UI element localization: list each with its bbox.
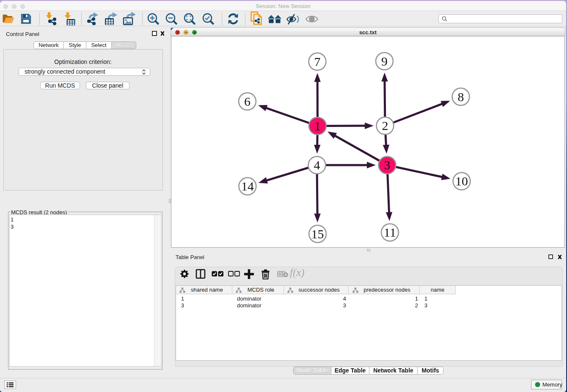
svg-text:14: 14 bbox=[241, 179, 254, 193]
svg-text:10: 10 bbox=[455, 174, 468, 188]
svg-text:1: 1 bbox=[314, 119, 321, 133]
svg-text:8: 8 bbox=[458, 90, 464, 104]
svg-text:6: 6 bbox=[244, 94, 250, 108]
svg-text:7: 7 bbox=[314, 55, 321, 69]
svg-text:15: 15 bbox=[311, 227, 324, 241]
svg-text:4: 4 bbox=[314, 158, 320, 172]
svg-text:2: 2 bbox=[382, 119, 388, 133]
svg-text:9: 9 bbox=[381, 54, 388, 68]
svg-text:3: 3 bbox=[384, 158, 391, 172]
svg-text:11: 11 bbox=[384, 225, 396, 239]
